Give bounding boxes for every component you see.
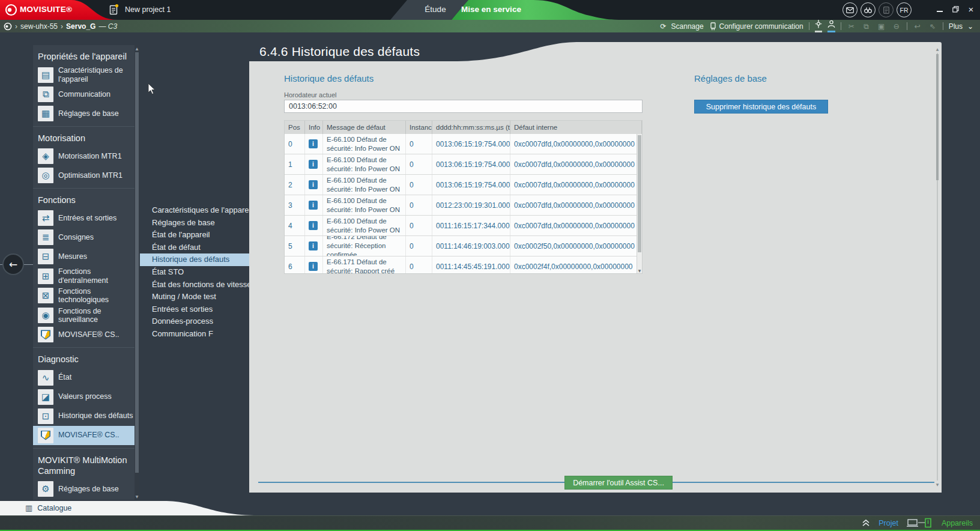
cell-info: i bbox=[305, 154, 323, 174]
maximize-button[interactable] bbox=[948, 0, 963, 18]
scroll-down-icon[interactable]: ▼ bbox=[135, 494, 139, 499]
catalogue-tab[interactable]: ▥ Catalogue bbox=[25, 503, 71, 512]
table-row[interactable]: 5iE-66.172 Défaut de sécurité: Réception… bbox=[285, 236, 642, 256]
copy-icon[interactable]: ⧉ bbox=[862, 22, 871, 31]
info-icon[interactable]: i bbox=[309, 201, 318, 210]
cut-icon[interactable]: ✂ bbox=[847, 22, 856, 31]
project-view-button[interactable]: Projet bbox=[879, 519, 898, 527]
info-icon[interactable]: i bbox=[309, 139, 318, 148]
info-icon[interactable]: i bbox=[309, 262, 318, 271]
undo-icon[interactable]: ↩ bbox=[913, 22, 922, 31]
probe-mode-toggle[interactable] bbox=[815, 20, 822, 32]
submenu-item[interactable]: Muting / Mode test bbox=[140, 291, 250, 303]
cell-time: 0013:06:15:19:754.000 bbox=[432, 154, 510, 174]
table-row[interactable]: 4iE-66.100 Défaut de sécurité: Info Powe… bbox=[285, 216, 642, 236]
submenu-item[interactable]: Réglages de base bbox=[140, 217, 250, 229]
mouse-cursor bbox=[148, 83, 157, 96]
column-header[interactable]: Instance bbox=[406, 121, 432, 134]
column-header[interactable]: Défaut interne bbox=[510, 121, 642, 134]
table-row[interactable]: 0iE-66.100 Défaut de sécurité: Info Powe… bbox=[285, 134, 642, 154]
section-divider bbox=[33, 188, 135, 189]
sidebar-item[interactable]: ≣Consignes bbox=[38, 228, 135, 247]
scroll-down-icon[interactable]: ▼ bbox=[637, 269, 642, 273]
configure-communication-button[interactable]: Configurer communication bbox=[709, 22, 803, 31]
sidebar-item[interactable]: ◈Motorisation MTR1 bbox=[38, 147, 135, 166]
tab-mise-en-service[interactable]: Mise en service bbox=[458, 5, 525, 14]
delete-fault-history-button[interactable]: Supprimer historique des défauts bbox=[694, 100, 828, 114]
sidebar-item[interactable]: ∿État bbox=[38, 368, 135, 387]
table-row[interactable]: 3iE-66.100 Défaut de sécurité: Info Powe… bbox=[285, 195, 642, 216]
submenu-item[interactable]: Historique des défauts bbox=[140, 253, 250, 266]
cell-message: E-66.100 Défaut de sécurité: Info Power … bbox=[323, 134, 406, 154]
binoculars-icon[interactable] bbox=[861, 2, 876, 17]
sidebar-item[interactable]: ⊡Historique des défauts bbox=[38, 407, 135, 426]
fault-history-icon: ⊡ bbox=[38, 408, 53, 424]
breadcrumb-axis[interactable]: Servo_G bbox=[66, 22, 95, 31]
start-assist-tool-button[interactable]: Démarrer l'outil Assist CS... bbox=[564, 476, 673, 490]
sidebar-item[interactable]: ◉Fonctions de surveillance bbox=[38, 306, 135, 326]
tab-etude[interactable]: Étude bbox=[408, 5, 462, 14]
sidebar-item[interactable]: ⊠Fonctions technologiques bbox=[38, 286, 135, 306]
project-tab[interactable]: New project 1 bbox=[109, 4, 171, 15]
sidebar-item[interactable]: ⧉Communication bbox=[38, 85, 135, 104]
mail-icon[interactable] bbox=[842, 2, 858, 17]
submenu-item[interactable]: Entrées et sorties bbox=[140, 303, 250, 316]
expand-panel-icon[interactable] bbox=[862, 519, 870, 527]
scrollbar-thumb[interactable] bbox=[135, 52, 139, 473]
sidebar-item[interactable]: ▦Réglages de base bbox=[38, 104, 135, 123]
submenu-item[interactable]: Communication F bbox=[140, 328, 250, 341]
sidebar-scrollbar[interactable]: ▲ ▼ bbox=[135, 45, 139, 500]
sidebar-item[interactable]: ◉Fonctions de surveillance bbox=[38, 499, 135, 500]
sidebar-item[interactable]: ◎Optimisation MTR1 bbox=[38, 166, 135, 185]
column-header[interactable]: Message de défaut bbox=[323, 121, 406, 134]
paste-icon[interactable]: ▣ bbox=[877, 22, 886, 31]
user-mode-toggle[interactable] bbox=[827, 20, 835, 32]
timestamp-input[interactable] bbox=[284, 100, 643, 113]
column-header[interactable]: dddd:hh:mm:ss:ms.µs (temps) bbox=[432, 121, 510, 134]
internal-fault-text: 0xc0007dfd,0x00000000,0x00000000 bbox=[514, 201, 635, 210]
select-cursor-icon[interactable]: ⇖ bbox=[928, 22, 937, 31]
report-icon[interactable] bbox=[879, 2, 894, 17]
sidebar-item[interactable]: ▤Caractéristiques de l'appareil bbox=[38, 65, 135, 85]
submenu-item[interactable]: Données-process bbox=[140, 315, 250, 328]
content-scrollbar[interactable]: ▲ ▼ bbox=[935, 47, 940, 487]
minimize-button[interactable] bbox=[932, 0, 948, 18]
scrollbar-thumb[interactable] bbox=[936, 54, 939, 180]
scroll-up-icon[interactable]: ▲ bbox=[135, 46, 139, 50]
sidebar-item[interactable]: MOVISAFE® CS.. bbox=[33, 426, 135, 445]
devices-view-button[interactable]: Appareils bbox=[942, 519, 973, 527]
sidebar-item[interactable]: ⇄Entrées et sorties bbox=[38, 208, 135, 228]
sidebar-item[interactable]: MOVISAFE® CS.. bbox=[38, 325, 135, 344]
submenu-item[interactable]: Caractéristiques de l'appareil bbox=[140, 204, 250, 217]
root-logo-icon[interactable] bbox=[4, 22, 12, 31]
sidebar-item[interactable]: ⊞Fonctions d'entraînement bbox=[38, 266, 135, 286]
column-header[interactable]: Info bbox=[305, 121, 323, 134]
device-connection-icon[interactable] bbox=[907, 518, 933, 529]
submenu-item[interactable]: État des fonctions de vitesse bbox=[140, 279, 250, 291]
language-fr-badge[interactable]: FR bbox=[897, 2, 912, 17]
table-row[interactable]: 2iE-66.100 Défaut de sécurité: Info Powe… bbox=[285, 175, 642, 195]
table-row[interactable]: 6iE-66.171 Défaut de sécurité: Rapport c… bbox=[285, 256, 642, 274]
table-row[interactable]: 1iE-66.100 Défaut de sécurité: Info Powe… bbox=[285, 154, 642, 175]
submenu-item[interactable]: État de l'appareil bbox=[140, 229, 250, 241]
column-header[interactable]: Pos bbox=[285, 121, 305, 134]
collapse-panel-button[interactable]: ← bbox=[2, 253, 24, 275]
plus-menu-button[interactable]: Plus ⌄ bbox=[949, 22, 975, 31]
remove-icon[interactable]: ⊖ bbox=[892, 22, 901, 31]
submenu-item[interactable]: État STO bbox=[140, 266, 250, 279]
breadcrumb-device[interactable]: sew-uhx-55 bbox=[20, 22, 58, 31]
table-scrollbar[interactable]: ▼ bbox=[637, 134, 642, 273]
info-icon[interactable]: i bbox=[309, 160, 318, 169]
submenu-item[interactable]: État de défaut bbox=[140, 241, 250, 254]
info-icon[interactable]: i bbox=[309, 180, 318, 189]
scrollbar-thumb[interactable] bbox=[638, 135, 641, 252]
sidebar-item[interactable]: ◪Valeurs process bbox=[38, 387, 135, 407]
info-icon[interactable]: i bbox=[309, 221, 318, 230]
scan-button[interactable]: ⟳ Scannage bbox=[659, 22, 704, 31]
sidebar-item[interactable]: ⊟Mesures bbox=[38, 247, 135, 266]
info-icon[interactable]: i bbox=[309, 241, 318, 250]
scroll-down-icon[interactable]: ▼ bbox=[935, 482, 940, 487]
scroll-up-icon[interactable]: ▲ bbox=[935, 47, 940, 51]
sidebar-item[interactable]: ⚙Réglages de base bbox=[38, 479, 135, 499]
close-button[interactable]: × bbox=[963, 0, 979, 18]
